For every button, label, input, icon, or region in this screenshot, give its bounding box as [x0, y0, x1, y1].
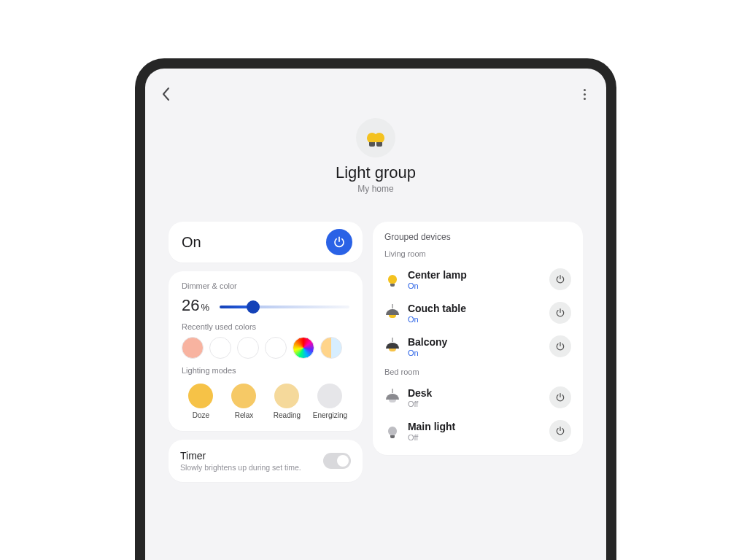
tablet-frame: Light group My home On Dimmer & color: [135, 58, 616, 560]
device-name: Balcony: [408, 336, 542, 348]
timer-toggle[interactable]: [323, 453, 351, 469]
bulb-off-icon: [384, 423, 400, 439]
color-swatch-empty1[interactable]: [209, 337, 231, 359]
device-row[interactable]: DeskOff: [384, 381, 571, 414]
timer-card: Timer Slowly brightens up during set tim…: [169, 440, 363, 482]
device-row[interactable]: BalconyOn: [384, 330, 571, 363]
devices-card: Grouped devices Living roomCenter lampOn…: [373, 222, 583, 455]
color-swatch-peach[interactable]: [182, 337, 204, 359]
device-power-button[interactable]: [549, 420, 571, 442]
device-name: Desk: [408, 387, 542, 399]
mode-circle-icon: [317, 384, 342, 408]
timer-subtitle: Slowly brightens up during set time.: [180, 463, 301, 472]
dimmer-card: Dimmer & color 26% Recently used colors …: [169, 271, 363, 431]
page-title: Light group: [145, 163, 606, 182]
mode-label: Doze: [182, 411, 220, 419]
device-row[interactable]: Couch tableOn: [384, 296, 571, 330]
device-state: Off: [408, 400, 542, 408]
dimmer-slider-thumb[interactable]: [247, 300, 260, 314]
device-state: Off: [408, 433, 542, 442]
pendant-warm-icon: [384, 338, 400, 354]
mode-relax[interactable]: Relax: [225, 381, 263, 419]
device-name: Couch table: [408, 303, 542, 314]
device-state: On: [408, 315, 542, 324]
mode-energizing[interactable]: Energizing: [311, 381, 349, 419]
device-power-button[interactable]: [549, 302, 571, 324]
mode-label: Relax: [225, 411, 263, 419]
power-card: On: [169, 222, 363, 262]
color-swatch-rainbow[interactable]: [293, 337, 314, 359]
color-swatch-empty3[interactable]: [265, 337, 287, 359]
device-power-button[interactable]: [549, 335, 571, 357]
mode-reading[interactable]: Reading: [268, 381, 306, 419]
mode-circle-icon: [188, 384, 213, 408]
pendant-off-icon: [384, 389, 400, 405]
page-subtitle: My home: [145, 184, 606, 194]
room-label: Living room: [384, 249, 571, 258]
recent-colors-label: Recently used colors: [182, 322, 349, 331]
device-name: Center lamp: [408, 269, 542, 281]
devices-header: Grouped devices: [384, 232, 571, 242]
more-menu-button[interactable]: [578, 89, 590, 100]
mode-circle-icon: [231, 384, 256, 408]
dimmer-label: Dimmer & color: [182, 281, 349, 290]
device-state: On: [408, 281, 542, 290]
mode-doze[interactable]: Doze: [182, 381, 220, 419]
device-name: Main light: [408, 421, 542, 432]
mode-label: Energizing: [311, 411, 349, 419]
power-state-label: On: [182, 234, 201, 251]
back-button[interactable]: [161, 86, 171, 102]
device-row[interactable]: Center lampOn: [384, 262, 571, 296]
timer-title: Timer: [180, 450, 301, 462]
light-group-icon: [356, 118, 395, 158]
pendant-on-icon: [384, 305, 400, 321]
color-swatch-empty2[interactable]: [237, 337, 259, 359]
dimmer-unit: %: [201, 302, 209, 313]
device-state: On: [408, 349, 542, 357]
mode-label: Reading: [268, 411, 306, 419]
power-toggle-button[interactable]: [326, 229, 352, 255]
device-power-button[interactable]: [549, 386, 571, 408]
color-swatch-warmcool[interactable]: [320, 337, 342, 359]
device-row[interactable]: Main lightOff: [384, 414, 571, 448]
mode-circle-icon: [274, 384, 299, 408]
modes-label: Lighting modes: [182, 366, 349, 375]
bulb-on-icon: [384, 271, 400, 287]
dimmer-slider[interactable]: [220, 302, 349, 312]
room-label: Bed room: [384, 368, 571, 376]
device-power-button[interactable]: [549, 268, 571, 290]
dimmer-value: 26: [182, 296, 199, 315]
